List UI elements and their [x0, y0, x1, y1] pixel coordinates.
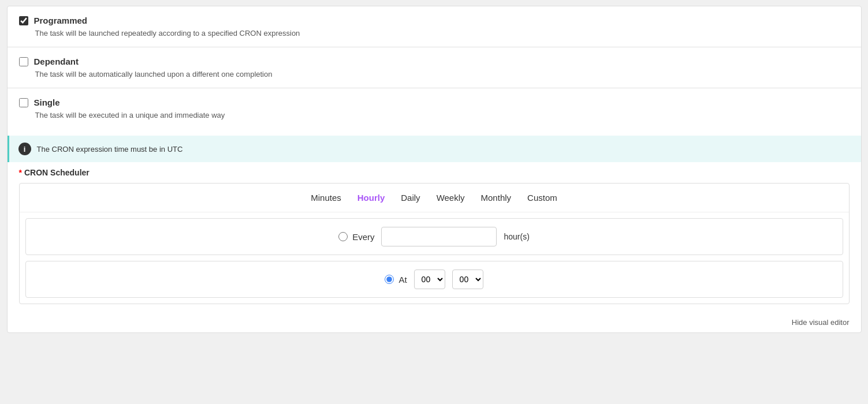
info-banner: i The CRON expression time must be in UT… — [8, 136, 861, 162]
option-desc-single: The task will be executed in a unique an… — [19, 111, 850, 119]
option-block-dependant: Dependant The task will be automatically… — [8, 47, 861, 88]
main-container: Programmed The task will be launched rep… — [7, 6, 862, 333]
at-radio[interactable] — [385, 275, 394, 284]
tab-hourly[interactable]: Hourly — [355, 192, 388, 204]
every-label: Every — [352, 232, 374, 242]
option-header-programmed: Programmed — [19, 16, 850, 25]
info-icon: i — [18, 143, 31, 155]
every-input[interactable] — [381, 227, 497, 246]
option-block-single: Single The task will be executed in a un… — [8, 88, 861, 129]
tab-minutes[interactable]: Minutes — [308, 192, 344, 204]
checkbox-single[interactable] — [19, 98, 28, 107]
option-label-single: Single — [34, 98, 60, 107]
option-header-single: Single — [19, 98, 850, 107]
required-marker: * — [19, 168, 22, 177]
info-banner-text: The CRON expression time must be in UTC — [37, 145, 183, 154]
option-label-dependant: Dependant — [34, 57, 79, 66]
option-block-programmed: Programmed The task will be launched rep… — [8, 6, 861, 47]
hide-editor-link[interactable]: Hide visual editor — [792, 318, 850, 327]
at-label: At — [398, 275, 407, 285]
every-row: Every hour(s) — [25, 218, 843, 255]
tab-daily[interactable]: Daily — [398, 192, 422, 204]
options-container: Programmed The task will be launched rep… — [8, 6, 861, 129]
cron-section: *CRON Scheduler MinutesHourlyDailyWeekly… — [8, 162, 861, 313]
at-row: At 0001020304050607080910111213141516171… — [25, 261, 843, 298]
every-radio-label[interactable]: Every — [338, 232, 374, 242]
cron-box: MinutesHourlyDailyWeeklyMonthlyCustom Ev… — [19, 183, 850, 304]
every-unit: hour(s) — [504, 232, 529, 241]
at-radio-label[interactable]: At — [385, 275, 407, 285]
cron-label: *CRON Scheduler — [19, 168, 850, 177]
checkbox-dependant[interactable] — [19, 57, 28, 66]
tab-monthly[interactable]: Monthly — [479, 192, 514, 204]
tab-weekly[interactable]: Weekly — [434, 192, 467, 204]
at-hour-select[interactable]: 0001020304050607080910111213141516171819… — [414, 270, 445, 289]
option-header-dependant: Dependant — [19, 57, 850, 66]
option-label-programmed: Programmed — [34, 16, 88, 25]
tab-row: MinutesHourlyDailyWeeklyMonthlyCustom — [20, 184, 849, 212]
option-desc-dependant: The task will be automatically launched … — [19, 70, 850, 78]
tab-custom[interactable]: Custom — [525, 192, 560, 204]
checkbox-programmed[interactable] — [19, 16, 28, 25]
every-radio[interactable] — [338, 232, 348, 241]
option-desc-programmed: The task will be launched repeatedly acc… — [19, 29, 850, 38]
at-minute-select[interactable]: 000510152025303540455055 — [452, 270, 483, 289]
hide-editor-row: Hide visual editor — [8, 313, 861, 332]
